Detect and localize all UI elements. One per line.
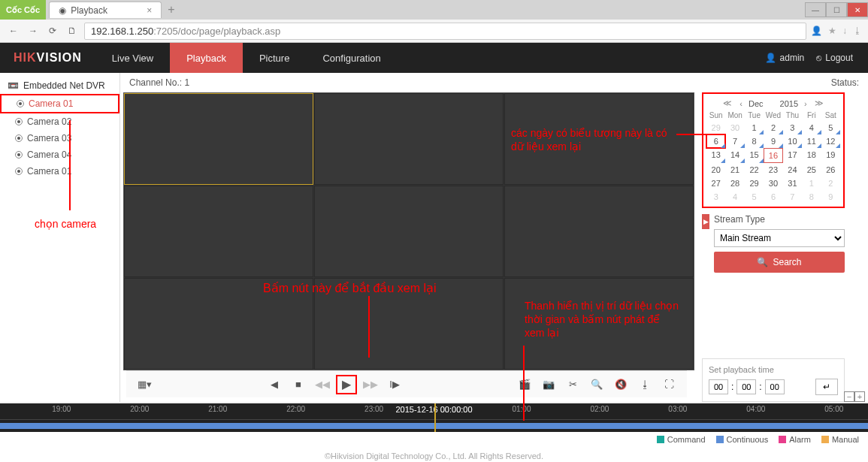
- clip-button[interactable]: 🎬: [514, 375, 535, 394]
- cal-day[interactable]: 8: [802, 190, 821, 204]
- maximize-button[interactable]: ☐: [826, 2, 847, 17]
- url-input[interactable]: 192.168.1.250:7205/doc/page/playback.asp: [84, 23, 806, 40]
- timeline-zoom-out[interactable]: −: [844, 391, 854, 402]
- download-icon[interactable]: ⭳: [853, 26, 862, 36]
- cal-day[interactable]: 2: [764, 121, 782, 134]
- video-grid[interactable]: [123, 92, 694, 370]
- logout-button[interactable]: ⎋ Logout: [816, 53, 853, 63]
- rewind-button[interactable]: ◀◀: [312, 375, 333, 394]
- cal-day[interactable]: 7: [783, 190, 802, 204]
- tab-close-icon[interactable]: ×: [147, 5, 152, 16]
- play-button[interactable]: ▶: [336, 375, 357, 394]
- ext-icon[interactable]: 👤: [811, 26, 822, 36]
- nav-configuration[interactable]: Configuration: [306, 43, 397, 73]
- video-cell[interactable]: [504, 93, 694, 185]
- video-cell[interactable]: [124, 278, 313, 370]
- cal-day[interactable]: 6: [764, 190, 782, 204]
- cal-next-year-icon[interactable]: ≫: [813, 98, 825, 108]
- back-button[interactable]: ←: [6, 23, 21, 38]
- cut-button[interactable]: ✂: [562, 375, 583, 394]
- timeline[interactable]: − + 2015-12-16 00:00:00 19:0020:0021:002…: [0, 403, 868, 432]
- video-cell[interactable]: [504, 186, 694, 277]
- cal-day[interactable]: 5: [745, 190, 764, 204]
- cal-day[interactable]: 1: [802, 177, 821, 190]
- cal-day[interactable]: 22: [745, 163, 764, 177]
- cal-day[interactable]: 8: [745, 134, 764, 148]
- minimize-button[interactable]: —: [805, 2, 826, 17]
- video-cell[interactable]: [124, 186, 313, 277]
- star-icon[interactable]: ★: [828, 26, 836, 36]
- cal-day[interactable]: 5: [821, 121, 840, 134]
- cal-day[interactable]: 29: [745, 177, 764, 190]
- cal-day[interactable]: 3: [783, 121, 802, 134]
- cal-day[interactable]: 25: [802, 163, 821, 177]
- video-cell[interactable]: [124, 93, 313, 185]
- snapshot-button[interactable]: 📷: [538, 375, 559, 394]
- cal-day[interactable]: 23: [764, 163, 782, 177]
- user-button[interactable]: 👤 admin: [765, 53, 805, 63]
- close-window-button[interactable]: ✕: [847, 2, 868, 17]
- video-cell[interactable]: [314, 186, 504, 277]
- cal-day[interactable]: 3: [706, 190, 725, 204]
- video-cell[interactable]: [314, 278, 504, 370]
- device-root[interactable]: 📼 Embedded Net DVR: [0, 77, 119, 94]
- camera-item[interactable]: Camera 02: [0, 113, 119, 130]
- cal-day[interactable]: 21: [725, 163, 744, 177]
- stream-type-select[interactable]: Main Stream: [714, 229, 845, 247]
- cal-day[interactable]: 30: [764, 177, 782, 190]
- cal-day[interactable]: 16: [764, 148, 782, 163]
- collapse-handle[interactable]: ▶: [702, 214, 709, 229]
- nav-live-view[interactable]: Live View: [95, 43, 170, 73]
- stop-button[interactable]: ■: [288, 375, 309, 394]
- camera-item[interactable]: Camera 03: [0, 130, 119, 146]
- cal-day[interactable]: 24: [783, 163, 802, 177]
- cal-day[interactable]: 9: [821, 190, 840, 204]
- time-go-button[interactable]: ↵: [815, 379, 838, 395]
- fullscreen-button[interactable]: ⛶: [658, 375, 679, 394]
- download-button[interactable]: ⭳: [634, 375, 655, 394]
- zoom-button[interactable]: 🔍: [586, 375, 607, 394]
- cal-day[interactable]: 17: [783, 148, 802, 163]
- timeline-cursor[interactable]: [434, 403, 436, 432]
- cal-day[interactable]: 7: [725, 134, 744, 148]
- cal-day[interactable]: 9: [764, 134, 782, 148]
- forward-button[interactable]: →: [26, 23, 41, 38]
- video-cell[interactable]: [504, 278, 694, 370]
- cal-day[interactable]: 28: [725, 177, 744, 190]
- cal-day[interactable]: 14: [725, 148, 744, 163]
- cal-day[interactable]: 19: [821, 148, 840, 163]
- cal-prev-year-icon[interactable]: ≪: [721, 98, 733, 108]
- layout-button[interactable]: ▦▾: [134, 375, 155, 394]
- video-cell[interactable]: [314, 93, 504, 185]
- cal-day[interactable]: 1: [745, 121, 764, 134]
- time-sec-input[interactable]: [765, 379, 785, 394]
- cal-day[interactable]: 4: [725, 190, 744, 204]
- search-button[interactable]: 🔍 Search: [714, 252, 845, 273]
- new-tab-button[interactable]: +: [162, 3, 180, 17]
- cal-prev-month-icon[interactable]: ‹: [738, 99, 744, 108]
- cal-day[interactable]: 6: [706, 134, 725, 148]
- audio-button[interactable]: 🔇: [610, 375, 631, 394]
- cal-day[interactable]: 4: [802, 121, 821, 134]
- cal-day[interactable]: 12: [821, 134, 840, 148]
- cal-day[interactable]: 11: [802, 134, 821, 148]
- cal-day[interactable]: 20: [706, 163, 725, 177]
- cal-day[interactable]: 18: [802, 148, 821, 163]
- timeline-zoom-in[interactable]: +: [854, 391, 865, 402]
- browser-tab[interactable]: ◉ Playback ×: [49, 2, 162, 18]
- nav-picture[interactable]: Picture: [243, 43, 306, 73]
- step-button[interactable]: I▶: [384, 375, 405, 394]
- reload-button[interactable]: ⟳: [45, 23, 60, 38]
- cal-day[interactable]: 10: [783, 134, 802, 148]
- cal-day[interactable]: 15: [745, 148, 764, 163]
- prev-button[interactable]: ◀: [264, 375, 285, 394]
- time-hour-input[interactable]: [709, 379, 728, 394]
- camera-item[interactable]: Camera 04: [0, 146, 119, 163]
- cal-day[interactable]: 29: [706, 121, 725, 134]
- cal-day[interactable]: 2: [821, 177, 840, 190]
- cal-day[interactable]: 30: [725, 121, 744, 134]
- down-icon[interactable]: ↓: [842, 26, 847, 36]
- cal-day[interactable]: 26: [821, 163, 840, 177]
- camera-item[interactable]: Camera 01: [0, 163, 119, 180]
- nav-playback[interactable]: Playback: [170, 43, 243, 73]
